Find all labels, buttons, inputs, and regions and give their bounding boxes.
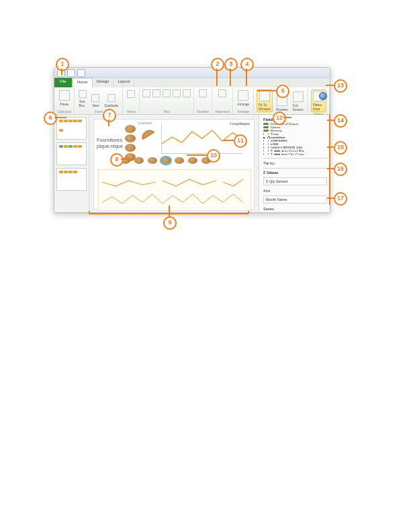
thumbnail-6[interactable]: 6 bbox=[56, 142, 87, 165]
fullscreen-button[interactable]: Full Screen bbox=[291, 91, 305, 112]
group-label: Insert bbox=[95, 109, 103, 114]
tab-file[interactable]: File bbox=[54, 78, 73, 87]
tile-item-selected[interactable] bbox=[161, 157, 171, 164]
new-button[interactable]: New bbox=[90, 93, 101, 108]
qat-save-icon[interactable] bbox=[57, 69, 65, 77]
checkbox-icon[interactable] bbox=[263, 146, 269, 148]
tile-item[interactable] bbox=[148, 157, 157, 164]
tab-design[interactable]: Design bbox=[93, 78, 114, 87]
tile-item[interactable] bbox=[175, 157, 184, 164]
field-label: Date bbox=[271, 143, 279, 145]
field-item[interactable]: Σ ### Avg Good Pla bbox=[263, 150, 327, 152]
textbox-icon bbox=[79, 90, 87, 98]
group-label: Arrange bbox=[237, 109, 249, 114]
tile-item[interactable] bbox=[201, 157, 211, 164]
callout-bubble: 15 bbox=[334, 141, 347, 154]
new-icon bbox=[91, 94, 99, 102]
group-label: Alignment bbox=[215, 109, 230, 114]
qat-redo-icon[interactable] bbox=[77, 69, 85, 77]
field-label: Quantities bbox=[267, 136, 285, 138]
arrange-button[interactable]: Arrange bbox=[236, 89, 250, 107]
field-label: Number of Event bbox=[271, 123, 298, 125]
croissant-image[interactable] bbox=[140, 126, 157, 144]
group-clipboard: Paste Clipboard bbox=[54, 87, 75, 114]
image-strip bbox=[125, 125, 136, 161]
checkbox-icon[interactable] bbox=[263, 150, 269, 152]
arrange-label: Arrange bbox=[237, 102, 249, 106]
duplicate-icon bbox=[107, 94, 116, 102]
line-chart-top[interactable] bbox=[161, 124, 242, 154]
textbox-button[interactable]: Text Box bbox=[77, 89, 88, 108]
field-item[interactable]: Date bbox=[263, 143, 327, 145]
checkbox-icon[interactable] bbox=[263, 140, 269, 142]
group-arrange: ArrangeArrange bbox=[233, 87, 254, 114]
views-icon[interactable] bbox=[127, 90, 135, 98]
field-item[interactable]: Attendees bbox=[263, 140, 327, 142]
italic-icon[interactable] bbox=[152, 89, 161, 97]
food-image[interactable] bbox=[125, 125, 136, 133]
callout-16: 16 bbox=[334, 163, 347, 176]
fit-to-window-button[interactable]: Fit To Window bbox=[257, 89, 273, 112]
field-item[interactable]: Picture bbox=[263, 130, 327, 132]
thumbnail-5[interactable]: 5 bbox=[56, 117, 87, 140]
group-number: Number bbox=[194, 87, 212, 114]
design-canvas[interactable]: croissant Graphique Fournitures pique-ni… bbox=[93, 119, 255, 210]
field-item[interactable]: Σ ### Avg Qty Cons bbox=[263, 153, 327, 155]
preview-button[interactable]: Preview bbox=[275, 95, 289, 112]
checkbox-icon[interactable] bbox=[263, 133, 269, 135]
align-icon[interactable] bbox=[218, 89, 226, 97]
tile-strip bbox=[121, 157, 211, 164]
well-item: Month Name bbox=[266, 197, 287, 202]
food-image[interactable] bbox=[125, 144, 136, 152]
underline-icon[interactable] bbox=[163, 89, 171, 97]
help-icon[interactable] bbox=[319, 92, 327, 100]
checkbox-icon[interactable] bbox=[263, 126, 269, 128]
tab-layout[interactable]: Layout bbox=[113, 78, 134, 87]
paste-button[interactable]: Paste bbox=[58, 89, 71, 107]
food-image[interactable] bbox=[125, 134, 136, 142]
tile-item[interactable] bbox=[121, 157, 130, 164]
values-label: Σ Values bbox=[263, 171, 327, 175]
paste-icon bbox=[59, 90, 70, 101]
field-group-quantities[interactable]: ▸Quantities bbox=[263, 136, 327, 138]
field-label: Type bbox=[271, 133, 279, 135]
bold-icon[interactable] bbox=[142, 89, 150, 97]
callout-bubble: 13 bbox=[334, 79, 347, 93]
font-color-icon[interactable] bbox=[183, 89, 191, 97]
field-label: Name bbox=[271, 126, 281, 128]
filters-label: Filters Area bbox=[313, 103, 324, 111]
checkbox-icon[interactable] bbox=[263, 153, 269, 155]
axis-well[interactable]: Month Name bbox=[263, 195, 327, 204]
group-filters: Filters AreaFilters bbox=[308, 87, 330, 114]
callout-13: 13 bbox=[334, 79, 347, 93]
panel-title: Fields bbox=[263, 118, 327, 122]
group-view: Fit To Window Preview Full Screen View bbox=[254, 87, 308, 114]
view-thumbnails-pane: 5 6 7 bbox=[54, 115, 89, 213]
line-chart-bottom[interactable] bbox=[98, 169, 251, 211]
field-item[interactable]: Good Planning Sco bbox=[263, 146, 327, 148]
values-well[interactable]: Σ Qty Served bbox=[263, 177, 327, 185]
tile-item[interactable] bbox=[188, 157, 197, 164]
field-item[interactable]: Type bbox=[263, 133, 327, 135]
qat-undo-icon[interactable] bbox=[67, 69, 75, 77]
field-label: Good Planning Sco bbox=[271, 146, 302, 148]
tile-item[interactable] bbox=[134, 157, 144, 164]
field-item[interactable]: Name bbox=[263, 126, 327, 128]
group-views: Views bbox=[123, 87, 140, 114]
group-label: Text bbox=[164, 109, 170, 114]
field-label: Picture bbox=[271, 130, 282, 132]
duplicate-button[interactable]: Duplicate bbox=[103, 93, 120, 108]
field-label: Attendees bbox=[271, 140, 287, 142]
checkbox-icon[interactable] bbox=[263, 143, 269, 145]
app-window: File Home Design Layout Paste Clipboard … bbox=[54, 67, 330, 213]
callout-17: 17 bbox=[334, 192, 347, 206]
field-item[interactable]: Number of Event bbox=[263, 123, 327, 125]
font-size-icon[interactable] bbox=[173, 89, 181, 97]
number-format-icon[interactable] bbox=[199, 89, 207, 97]
checkbox-icon[interactable] bbox=[263, 130, 269, 132]
tab-home[interactable]: Home bbox=[73, 78, 93, 87]
view-title: Fournitures pique-nique bbox=[97, 137, 124, 149]
thumbnail-7[interactable]: 7 bbox=[56, 168, 87, 191]
checkbox-icon[interactable] bbox=[263, 123, 269, 125]
duplicate-label: Duplicate bbox=[104, 103, 118, 107]
